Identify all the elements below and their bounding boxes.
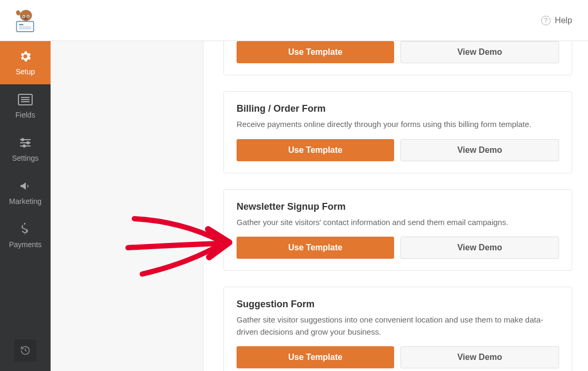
template-button-row: Use Template View Demo — [237, 139, 559, 161]
sidebar-item-label: Marketing — [9, 197, 41, 206]
svg-point-5 — [24, 17, 28, 20]
template-description: Gather site visitor suggestions into one… — [237, 314, 559, 338]
template-card-billing: Billing / Order Form Receive payments on… — [223, 91, 572, 173]
view-demo-button[interactable]: View Demo — [400, 237, 559, 259]
svg-point-3 — [23, 15, 24, 16]
history-icon — [20, 345, 31, 356]
template-description: Gather your site visitors' contact infor… — [237, 217, 559, 229]
use-template-button[interactable]: Use Template — [237, 237, 394, 259]
sidebar-item-payments[interactable]: Payments — [0, 214, 51, 257]
secondary-panel — [51, 41, 203, 371]
template-button-row: Use Template View Demo — [237, 346, 559, 368]
svg-rect-9 — [19, 26, 31, 27]
svg-point-4 — [27, 15, 28, 16]
wpforms-logo-icon — [11, 7, 38, 34]
sidebar-bottom — [0, 330, 51, 371]
help-icon: ? — [541, 16, 551, 25]
svg-rect-8 — [19, 24, 23, 25]
template-button-row: Use Template View Demo — [237, 41, 559, 63]
sidebar-item-fields[interactable]: Fields — [0, 84, 51, 128]
view-demo-button[interactable]: View Demo — [400, 41, 559, 63]
sidebar-item-settings[interactable]: Settings — [0, 128, 51, 171]
help-button[interactable]: ? Help — [541, 16, 572, 25]
help-label: Help — [555, 16, 572, 25]
svg-rect-10 — [19, 28, 31, 29]
template-card-suggestion: Suggestion Form Gather site visitor sugg… — [223, 287, 572, 371]
dollar-icon — [21, 222, 30, 236]
template-card-newsletter: Newsletter Signup Form Gather your site … — [223, 189, 572, 271]
template-card: Use Template View Demo — [223, 41, 572, 75]
sidebar: Setup Fields Settings Marketing Payments — [0, 41, 51, 371]
svg-point-16 — [22, 139, 24, 141]
svg-point-18 — [27, 142, 29, 144]
logo[interactable] — [11, 7, 38, 34]
sidebar-item-label: Settings — [12, 154, 39, 162]
main-content: Use Template View Demo Billing / Order F… — [203, 41, 588, 371]
use-template-button[interactable]: Use Template — [237, 346, 394, 368]
sidebar-item-label: Payments — [9, 240, 42, 249]
use-template-button[interactable]: Use Template — [237, 41, 394, 63]
template-description: Receive payments online directly through… — [237, 119, 559, 131]
sidebar-item-label: Fields — [15, 111, 35, 119]
view-demo-button[interactable]: View Demo — [400, 139, 559, 161]
template-title: Billing / Order Form — [237, 103, 559, 114]
sidebar-item-label: Setup — [16, 67, 35, 76]
sidebar-item-setup[interactable]: Setup — [0, 41, 51, 84]
sidebar-item-marketing[interactable]: Marketing — [0, 171, 51, 214]
list-icon — [18, 93, 33, 106]
template-button-row: Use Template View Demo — [237, 237, 559, 259]
gear-icon — [18, 50, 32, 63]
template-title: Suggestion Form — [237, 299, 559, 310]
history-button[interactable] — [14, 339, 36, 362]
template-title: Newsletter Signup Form — [237, 201, 559, 212]
megaphone-icon — [19, 179, 32, 193]
svg-point-20 — [23, 145, 25, 147]
view-demo-button[interactable]: View Demo — [400, 346, 559, 368]
topbar: ? Help — [0, 0, 588, 41]
container: Setup Fields Settings Marketing Payments — [0, 41, 588, 371]
use-template-button[interactable]: Use Template — [237, 139, 394, 161]
sliders-icon — [19, 136, 32, 150]
